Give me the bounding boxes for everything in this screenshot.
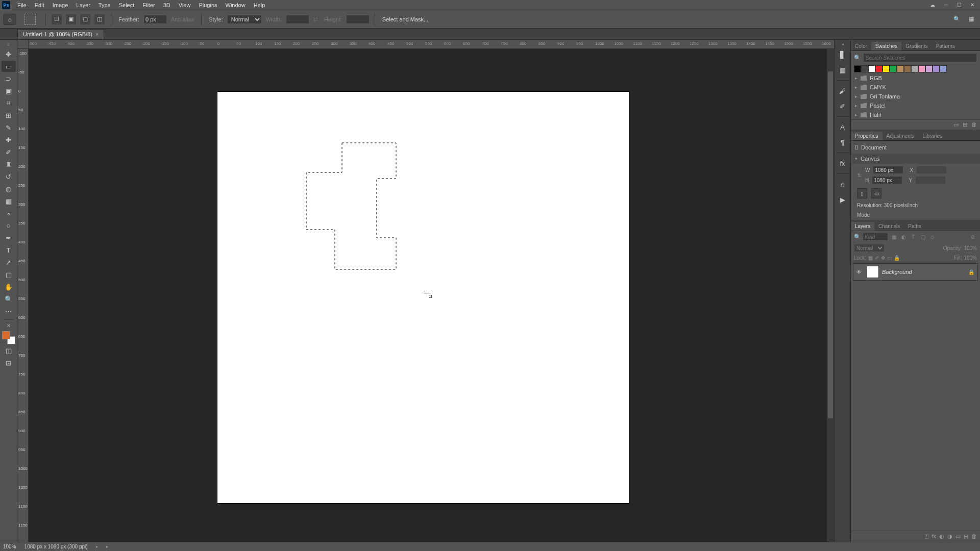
new-layer-icon[interactable]: ⊞ [964, 533, 968, 540]
styles-icon[interactable]: fx [836, 157, 849, 169]
lock-all-icon[interactable]: 🔒 [894, 255, 900, 261]
menu-edit[interactable]: Edit [31, 1, 48, 9]
tab-swatches[interactable]: Swatches [871, 42, 901, 51]
intersect-selection-icon[interactable]: ◫ [94, 14, 105, 25]
delete-swatch-icon[interactable]: 🗑 [971, 121, 977, 128]
viewport[interactable] [29, 49, 834, 542]
dodge-tool[interactable]: ○ [2, 220, 16, 231]
lock-position-icon[interactable]: ✥ [881, 255, 885, 261]
lock-brush-icon[interactable]: ✐ [875, 255, 879, 261]
new-group-icon[interactable]: ▭ [955, 533, 961, 540]
feather-input[interactable] [143, 15, 167, 24]
swatch[interactable] [925, 65, 933, 72]
tab-properties[interactable]: Properties [851, 132, 883, 140]
menu-view[interactable]: View [175, 1, 195, 9]
new-selection-icon[interactable]: ☐ [51, 14, 62, 25]
tab-gradients[interactable]: Gradients [901, 42, 932, 51]
tab-patterns[interactable]: Patterns [932, 42, 959, 51]
healing-tool[interactable]: ✚ [2, 134, 16, 145]
swap-colors-icon[interactable]: ⤭ [2, 322, 16, 329]
swatch[interactable] [875, 65, 883, 72]
swatches-icon[interactable]: ▦ [836, 64, 849, 76]
menu-layer[interactable]: Layer [72, 1, 94, 9]
window-close-button[interactable]: ✕ [966, 0, 979, 9]
menu-type[interactable]: Type [94, 1, 115, 9]
zoom-tool[interactable]: 🔍 [2, 293, 16, 305]
menu-3d[interactable]: 3D [159, 1, 175, 9]
menu-file[interactable]: File [13, 1, 31, 9]
delete-layer-icon[interactable]: 🗑 [971, 533, 977, 540]
eraser-tool[interactable]: ◍ [2, 183, 16, 194]
swatch-group[interactable]: ▸Gri Tonlama [851, 92, 980, 101]
marquee-tool[interactable]: ▭ [2, 61, 16, 72]
lock-pixels-icon[interactable]: ▦ [868, 255, 873, 261]
menu-select[interactable]: Select [115, 1, 139, 9]
current-tool-icon[interactable] [24, 14, 36, 25]
frame-tool[interactable]: ⊞ [2, 110, 16, 121]
menu-help[interactable]: Help [250, 1, 270, 9]
workspace-icon[interactable]: ▦ [966, 14, 977, 25]
tab-paths[interactable]: Paths [904, 222, 925, 231]
cloud-icon[interactable]: ☁ [926, 0, 939, 9]
crop-tool[interactable]: ⌗ [2, 97, 16, 109]
blend-mode-select[interactable]: Normal [854, 244, 885, 252]
quickmask-icon[interactable]: ◫ [2, 345, 16, 356]
swatch-group[interactable]: ▸Pastel [851, 101, 980, 110]
swatch[interactable] [861, 65, 868, 72]
swatch-search-input[interactable] [863, 53, 977, 62]
layer-filter-input[interactable] [863, 233, 888, 241]
adjustment-layer-icon[interactable]: ◑ [947, 533, 952, 540]
opacity-value[interactable]: 100% [964, 245, 977, 251]
tab-layers[interactable]: Layers [851, 222, 874, 231]
window-minimize-button[interactable]: ─ [939, 0, 952, 9]
screenmode-icon[interactable]: ⊡ [2, 357, 16, 368]
info-menu-caret2-icon[interactable]: ▸ [106, 544, 108, 549]
fgbg-colors[interactable] [2, 331, 15, 344]
link-layers-icon[interactable]: ⍞ [925, 533, 928, 540]
move-tool[interactable]: ✥ [2, 48, 16, 60]
tab-libraries[interactable]: Libraries [919, 132, 946, 140]
lock-artboard-icon[interactable]: ▭ [887, 255, 892, 261]
swatch-group[interactable]: ▸Hafif [851, 110, 980, 119]
swatch[interactable] [890, 65, 897, 72]
caret-icon[interactable]: ▾ [855, 156, 857, 161]
tab-color[interactable]: Color [851, 42, 871, 51]
new-folder-icon[interactable]: ▭ [953, 121, 959, 128]
swatch[interactable] [918, 65, 925, 72]
subtract-selection-icon[interactable]: ▢ [80, 14, 91, 25]
gradient-tool[interactable]: ▦ [2, 195, 16, 207]
zoom-level[interactable]: 100% [3, 544, 16, 549]
swatch[interactable] [904, 65, 911, 72]
history-brush-tool[interactable]: ↺ [2, 171, 16, 182]
fill-value[interactable]: 100% [964, 255, 977, 261]
pen-tool[interactable]: ✒ [2, 232, 16, 243]
layer-fx-icon[interactable]: fx [932, 533, 936, 540]
canvas-y-input[interactable] [915, 176, 946, 184]
rectangle-tool[interactable]: ▢ [2, 269, 16, 280]
canvas-width-input[interactable] [873, 166, 903, 174]
info-menu-caret-icon[interactable]: ▸ [96, 544, 98, 549]
filter-toggle-icon[interactable]: ⊘ [969, 233, 977, 241]
orientation-portrait-icon[interactable]: ▯ [857, 188, 867, 198]
menu-window[interactable]: Window [222, 1, 250, 9]
tab-adjustments[interactable]: Adjustments [883, 132, 919, 140]
blur-tool[interactable]: ∘ [2, 208, 16, 219]
colors-icon[interactable]: ▋ [836, 48, 849, 61]
new-swatch-icon[interactable]: ⊞ [963, 121, 967, 128]
select-and-mask-button[interactable]: Select and Mask... [382, 16, 429, 22]
tab-channels[interactable]: Channels [874, 222, 904, 231]
lock-icon[interactable]: 🔒 [968, 269, 974, 275]
vertical-scrollbar[interactable] [827, 49, 834, 542]
menu-filter[interactable]: Filter [138, 1, 159, 9]
add-selection-icon[interactable]: ▣ [65, 14, 77, 25]
window-maximize-button[interactable]: ☐ [952, 0, 966, 9]
character-icon[interactable]: A [836, 121, 849, 133]
swatch[interactable] [868, 65, 875, 72]
document-tab[interactable]: Untitled-1 @ 100% (RGB/8) × [17, 29, 104, 39]
type-tool[interactable]: T [2, 244, 16, 256]
document-info[interactable]: 1080 px x 1080 px (300 ppi) [24, 544, 88, 549]
menu-image[interactable]: Image [48, 1, 72, 9]
layer-mask-icon[interactable]: ◐ [939, 533, 944, 540]
more-tools[interactable]: ⋯ [2, 306, 16, 317]
search-icon[interactable]: 🔍 [951, 14, 963, 25]
